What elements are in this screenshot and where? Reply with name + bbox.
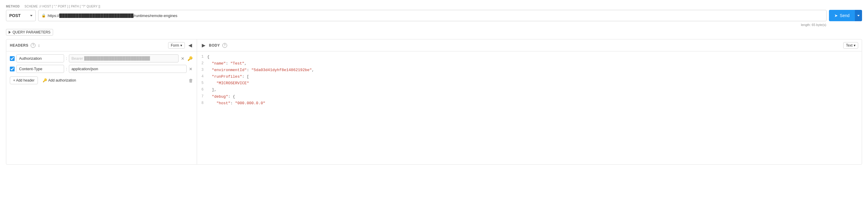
send-button[interactable]: ➤ Send bbox=[829, 10, 855, 21]
method-label: METHOD bbox=[6, 5, 20, 8]
form-chevron-icon: ▾ bbox=[180, 43, 182, 48]
headers-form-dropdown[interactable]: Form ▾ bbox=[168, 42, 185, 49]
query-params-row: QUERY PARAMETERS bbox=[6, 29, 862, 35]
label-row: METHOD SCHEME :// HOST [ ":" PORT ] [ PA… bbox=[6, 5, 862, 9]
body-code-editor[interactable]: 1 { 2 "name": "Test", 3 "environmentId":… bbox=[197, 51, 862, 164]
url-input[interactable] bbox=[48, 14, 823, 18]
code-line: 7 "debug": { bbox=[197, 93, 862, 100]
query-params-toggle[interactable]: QUERY PARAMETERS bbox=[6, 29, 53, 35]
header-row: : ✕ 🔑 bbox=[10, 54, 193, 62]
add-header-label: + Add header bbox=[13, 78, 35, 82]
header-checkbox-2[interactable] bbox=[10, 66, 14, 72]
header-key-1[interactable] bbox=[17, 54, 64, 62]
header-value-1[interactable] bbox=[69, 54, 179, 62]
headers-panel: HEADERS ? ↕ Form ▾ ◀ : ✕ bbox=[6, 39, 197, 164]
header-row: : ✕ bbox=[10, 65, 193, 73]
header-value-2[interactable] bbox=[69, 65, 187, 73]
add-header-row: + Add header 🔑 Add authorization 🗑 bbox=[10, 77, 193, 84]
line-number: 1 bbox=[198, 54, 207, 60]
body-help-icon[interactable]: ? bbox=[222, 43, 227, 48]
code-line: 3 "environmentId": "5da03d41dyhf8e148621… bbox=[197, 67, 862, 74]
code-content: "debug": { bbox=[207, 93, 235, 100]
code-content: "host": "000.000.0.0" bbox=[207, 100, 265, 107]
query-params-triangle-icon bbox=[9, 31, 11, 34]
body-format-chevron-icon: ▾ bbox=[854, 43, 856, 48]
url-input-wrapper: 🔒 bbox=[38, 10, 827, 21]
code-line: 6 ], bbox=[197, 87, 862, 93]
add-auth-button[interactable]: 🔑 Add authorization bbox=[42, 78, 76, 82]
code-content: "name": "Test", bbox=[207, 60, 247, 67]
headers-panel-header: HEADERS ? ↕ Form ▾ ◀ bbox=[6, 39, 197, 51]
line-number: 3 bbox=[198, 67, 207, 74]
body-title: BODY bbox=[209, 43, 220, 48]
url-bar-row: POST 🔒 ➤ Send bbox=[6, 10, 862, 21]
send-dropdown-button[interactable] bbox=[855, 10, 862, 21]
url-wrapper: SCHEME :// HOST [ ":" PORT ] [ PATH [ "?… bbox=[22, 5, 862, 9]
main-container: METHOD SCHEME :// HOST [ ":" PORT ] [ PA… bbox=[0, 0, 868, 169]
headers-sort-icon[interactable]: ↕ bbox=[38, 43, 40, 48]
send-arrow-icon: ➤ bbox=[834, 13, 838, 18]
line-number: 2 bbox=[198, 60, 207, 67]
method-select-wrapper: POST bbox=[6, 10, 36, 21]
split-panel: HEADERS ? ↕ Form ▾ ◀ : ✕ bbox=[6, 39, 862, 165]
scheme-label: SCHEME :// HOST [ ":" PORT ] [ PATH [ "?… bbox=[25, 5, 862, 8]
length-info: length: 65 byte(s) bbox=[801, 23, 826, 27]
header-delete-1[interactable]: ✕ bbox=[180, 56, 185, 61]
send-button-label: Send bbox=[840, 13, 849, 18]
form-label: Form bbox=[171, 43, 179, 48]
expand-right-icon[interactable]: ▶ bbox=[200, 43, 207, 48]
header-delete-2[interactable]: ✕ bbox=[188, 66, 193, 72]
line-number: 6 bbox=[198, 87, 207, 93]
lock-icon: 🔒 bbox=[41, 14, 46, 18]
method-wrapper: METHOD bbox=[6, 5, 20, 9]
add-auth-label: Add authorization bbox=[48, 78, 76, 82]
body-format-label: Text bbox=[846, 43, 852, 48]
headers-body: : ✕ 🔑 : ✕ + Add header bbox=[6, 51, 197, 87]
headers-title: HEADERS bbox=[10, 43, 28, 48]
headers-help-icon[interactable]: ? bbox=[31, 43, 35, 48]
code-line: 5 "MICROSERVICE" bbox=[197, 80, 862, 87]
header-key-icon-1[interactable]: 🔑 bbox=[187, 56, 193, 61]
line-number: 8 bbox=[198, 100, 207, 107]
key-icon: 🔑 bbox=[42, 78, 47, 82]
line-number: 7 bbox=[198, 93, 207, 100]
method-value: POST bbox=[9, 13, 21, 18]
line-number: 4 bbox=[198, 74, 207, 80]
code-content: "MICROSERVICE" bbox=[207, 80, 249, 87]
code-line: 2 "name": "Test", bbox=[197, 60, 862, 67]
body-panel-header: ▶ BODY ? Text ▾ bbox=[197, 39, 862, 51]
code-content: "environmentId": "5da03d41dyhf8e14862192… bbox=[207, 67, 314, 74]
method-select[interactable]: POST bbox=[6, 10, 36, 21]
collapse-left-icon[interactable]: ◀ bbox=[187, 43, 193, 48]
trash-icon[interactable]: 🗑 bbox=[189, 78, 193, 83]
add-header-button[interactable]: + Add header bbox=[10, 77, 38, 84]
colon-1: : bbox=[66, 56, 67, 61]
send-chevron-icon bbox=[857, 15, 860, 17]
code-content: { bbox=[207, 54, 210, 60]
query-params-label: QUERY PARAMETERS bbox=[12, 30, 51, 34]
url-section: METHOD SCHEME :// HOST [ ":" PORT ] [ PA… bbox=[6, 5, 862, 35]
line-number: 5 bbox=[198, 80, 207, 87]
code-content: "runProfiles": [ bbox=[207, 74, 249, 80]
body-panel: ▶ BODY ? Text ▾ 1 { 2 "name": bbox=[197, 39, 862, 164]
header-checkbox-1[interactable] bbox=[10, 56, 14, 61]
colon-2: : bbox=[66, 66, 67, 71]
code-line: 4 "runProfiles": [ bbox=[197, 74, 862, 80]
header-key-2[interactable] bbox=[17, 65, 64, 73]
code-content: ], bbox=[207, 87, 216, 93]
method-chevron-icon bbox=[30, 15, 32, 17]
body-format-dropdown[interactable]: Text ▾ bbox=[843, 42, 858, 49]
code-line: 8 "host": "000.000.0.0" bbox=[197, 100, 862, 107]
code-line: 1 { bbox=[197, 54, 862, 60]
send-button-wrapper: ➤ Send bbox=[829, 10, 862, 21]
